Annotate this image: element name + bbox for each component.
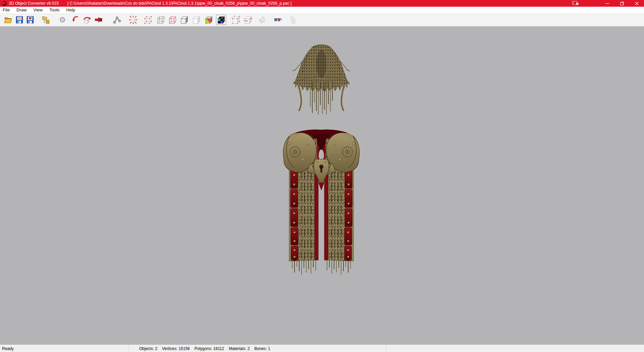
smooth-cube-icon bbox=[192, 15, 201, 24]
status-objects: Objects: 2 bbox=[139, 346, 157, 351]
menu-view[interactable]: View bbox=[30, 7, 46, 13]
app-title: 3D Object Converter v8.023 bbox=[9, 0, 59, 7]
hierarchy-list-icon bbox=[289, 15, 298, 24]
open-folder-icon bbox=[4, 15, 12, 24]
wireframe-points-mode-button[interactable] bbox=[143, 15, 153, 25]
status-bones: Bones: 1 bbox=[254, 346, 270, 351]
textured-mode-button[interactable] bbox=[216, 15, 226, 25]
title-bar: 3D Object Converter v8.023 [ C:\Users\Gh… bbox=[0, 0, 644, 7]
status-ready-pane: Ready bbox=[0, 345, 129, 352]
app-window: 3D Object Converter v8.023 [ C:\Users\Gh… bbox=[0, 0, 644, 352]
wireframe-cube-icon bbox=[156, 15, 165, 24]
red-swirl-arrow-icon bbox=[71, 15, 80, 24]
point-cloud-cube-icon bbox=[129, 15, 138, 24]
3d-glasses-icon bbox=[273, 15, 282, 24]
gpu-monitor-icon bbox=[572, 1, 579, 6]
vertex-normals-mode-button[interactable] bbox=[231, 15, 241, 25]
explode-view-button[interactable] bbox=[257, 15, 267, 25]
status-bar: Ready Objects: 2 Vertices: 15156 Polygon… bbox=[0, 345, 644, 352]
restore-icon bbox=[620, 2, 624, 5]
app-logo-icon bbox=[2, 1, 7, 6]
status-polygons: Polygons: 18112 bbox=[195, 346, 224, 351]
menu-draw[interactable]: Draw bbox=[13, 7, 30, 13]
status-ready: Ready bbox=[2, 346, 14, 351]
anaglyph-view-button[interactable] bbox=[273, 15, 283, 25]
rotate-undo-button[interactable] bbox=[71, 15, 81, 25]
skeleton-joints-button[interactable] bbox=[112, 15, 122, 25]
open-file-button[interactable] bbox=[3, 15, 13, 25]
toolbar: ⚙ bbox=[0, 14, 644, 26]
status-vertices: Vertices: 15156 bbox=[162, 346, 190, 351]
material-color-mode-button[interactable] bbox=[204, 15, 214, 25]
object-fringe-piece bbox=[292, 45, 350, 115]
save-floppy-icon bbox=[15, 15, 24, 24]
window-controls bbox=[600, 0, 644, 7]
scene-hierarchy-button[interactable] bbox=[288, 15, 298, 25]
textured-cube-icon bbox=[217, 15, 225, 24]
face-normals-mode-button[interactable] bbox=[243, 15, 253, 25]
wireframe-mode-button[interactable] bbox=[156, 15, 166, 25]
rainbow-cube-icon bbox=[204, 15, 213, 24]
status-model-info-pane: Objects: 2 Vertices: 15156 Polygons: 181… bbox=[129, 345, 268, 352]
save-heart-floppy-icon bbox=[26, 15, 35, 24]
object-ornate-cloak bbox=[283, 129, 360, 275]
minimize-icon bbox=[605, 2, 609, 5]
face-normals-cube-icon bbox=[244, 15, 252, 24]
import-object-button[interactable] bbox=[94, 15, 104, 25]
save-file-button[interactable] bbox=[14, 15, 24, 25]
gear-icon: ⚙ bbox=[58, 15, 67, 24]
points-mode-button[interactable] bbox=[128, 15, 138, 25]
svg-text:⚙: ⚙ bbox=[59, 15, 66, 24]
menu-bar: File Draw View Tools Help bbox=[0, 7, 644, 14]
document-path: [ C:\Users\Ghalatan\Downloads\Cos do bdo… bbox=[67, 1, 292, 6]
model-render bbox=[0, 26, 644, 345]
restore-button[interactable] bbox=[614, 0, 629, 7]
status-materials: Materials: 2 bbox=[229, 346, 250, 351]
explode-polygons-icon bbox=[258, 15, 266, 24]
status-empty-pane-2 bbox=[386, 345, 644, 352]
close-button[interactable] bbox=[629, 0, 644, 7]
flat-shaded-mode-button[interactable] bbox=[179, 15, 189, 25]
object-list-button[interactable] bbox=[41, 15, 51, 25]
rotate-cube-icon bbox=[83, 15, 91, 24]
rotate-object-button[interactable] bbox=[82, 15, 92, 25]
settings-button[interactable]: ⚙ bbox=[57, 15, 67, 25]
menu-help[interactable]: Help bbox=[63, 7, 79, 13]
hidden-line-mode-button[interactable] bbox=[167, 15, 177, 25]
minimize-button[interactable] bbox=[600, 0, 614, 7]
folder-tree-icon bbox=[42, 15, 50, 24]
hidden-line-cube-icon bbox=[168, 15, 177, 24]
menu-tools[interactable]: Tools bbox=[46, 7, 63, 13]
joints-icon bbox=[113, 15, 121, 24]
red-arrow-box-icon bbox=[94, 15, 103, 24]
menu-file[interactable]: File bbox=[0, 7, 13, 13]
wireframe-points-cube-icon bbox=[144, 15, 152, 24]
flat-cube-icon bbox=[180, 15, 189, 24]
save-favorite-button[interactable] bbox=[25, 15, 35, 25]
smooth-shaded-mode-button[interactable] bbox=[191, 15, 201, 25]
vertex-normals-cube-icon bbox=[231, 15, 240, 24]
status-empty-pane-1 bbox=[268, 345, 386, 352]
close-icon bbox=[635, 2, 639, 5]
3d-viewport[interactable] bbox=[0, 26, 644, 345]
